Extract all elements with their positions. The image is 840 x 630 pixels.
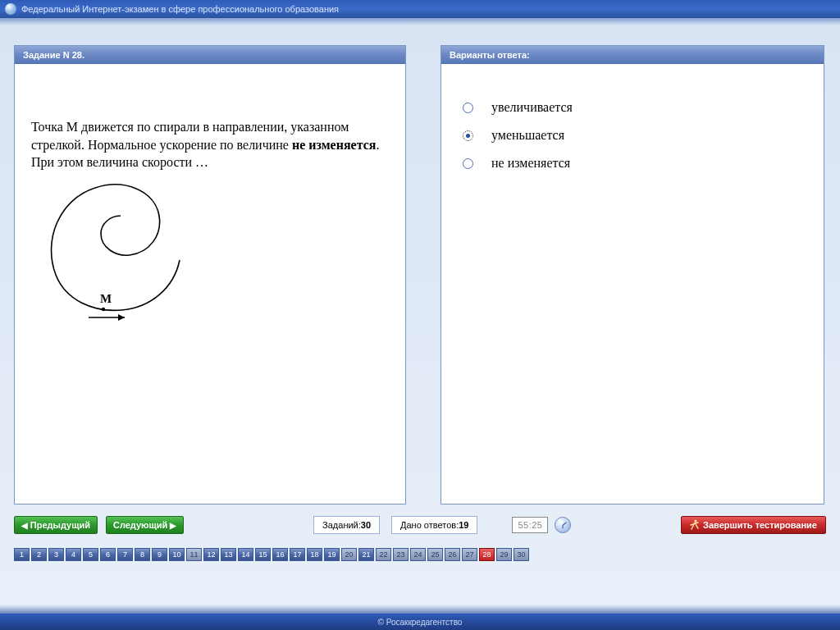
next-label: Следующий [113,520,167,530]
page-button-8[interactable]: 8 [135,548,150,561]
svg-point-0 [102,308,105,311]
page-button-6[interactable]: 6 [100,548,116,561]
point-m-label: M [100,292,112,305]
page-button-2[interactable]: 2 [31,548,47,561]
page-button-20[interactable]: 20 [341,548,357,561]
page-button-30[interactable]: 30 [514,548,529,561]
svg-marker-2 [118,314,125,321]
page-button-21[interactable]: 21 [358,548,374,561]
runner-icon [690,519,700,531]
question-header: Задание N 28. [15,46,405,64]
page-button-29[interactable]: 29 [496,548,512,561]
pager: 1234567891011121314151617181920212223242… [14,548,529,561]
page-button-22[interactable]: 22 [376,548,391,561]
tasks-label: Заданий: [322,520,361,530]
page-button-17[interactable]: 17 [290,548,305,561]
timer-box: 55:25 [512,517,548,533]
page-button-14[interactable]: 14 [238,548,253,561]
question-text: Точка М движется по спирали в направлени… [31,118,389,171]
question-text-bold: не изменяется [292,138,377,152]
radio-icon [463,158,473,169]
page-button-7[interactable]: 7 [117,548,133,561]
answer-option-1[interactable]: уменьшается [458,121,807,149]
radio-icon [463,103,473,113]
prev-button[interactable]: ◀ Предыдущий [14,516,98,534]
answered-label: Дано ответов: [400,520,459,530]
answer-label: уменьшается [491,128,564,143]
page-button-11[interactable]: 11 [186,548,202,561]
finish-button[interactable]: Завершить тестирование [681,516,826,534]
tasks-value: 30 [361,520,371,530]
question-body: Точка М движется по спирали в направлени… [15,64,405,504]
footer-text: © Росаккредагентство [378,618,463,627]
spiral-figure: M [31,178,389,325]
answer-option-0[interactable]: увеличивается [458,94,807,121]
page-button-28[interactable]: 28 [479,548,495,561]
answers-header: Варианты ответа: [441,46,824,64]
page-button-10[interactable]: 10 [169,548,185,561]
page-button-1[interactable]: 1 [14,548,30,561]
page-button-25[interactable]: 25 [427,548,443,561]
svg-point-3 [694,519,696,522]
page-button-16[interactable]: 16 [272,548,288,561]
page-button-4[interactable]: 4 [66,548,81,561]
timer-value: 55:25 [518,520,542,530]
clock-icon [555,517,571,533]
page-button-3[interactable]: 3 [48,548,64,561]
page-button-15[interactable]: 15 [255,548,271,561]
answer-option-2[interactable]: не изменяется [458,149,807,177]
radio-icon [463,130,473,141]
page-button-26[interactable]: 26 [445,548,460,561]
question-panel: Задание N 28. Точка М движется по спирал… [14,45,406,504]
answer-label: не изменяется [491,156,570,171]
answered-value: 19 [459,520,468,530]
globe-icon [5,3,16,15]
answers-panel: Варианты ответа: увеличиваетсяуменьшаетс… [441,45,824,504]
page-button-18[interactable]: 18 [307,548,322,561]
triangle-right-icon: ▶ [167,521,176,530]
footer: © Росаккредагентство [0,614,840,630]
page-button-9[interactable]: 9 [152,548,167,561]
page-button-5[interactable]: 5 [83,548,98,561]
answered-count-box: Дано ответов: 19 [391,516,477,534]
tasks-count-box: Заданий: 30 [313,516,380,534]
answers-body: увеличиваетсяуменьшаетсяне изменяется [441,64,824,504]
finish-label: Завершить тестирование [703,520,817,530]
content-area: Задание N 28. Точка М движется по спирал… [14,45,826,504]
triangle-left-icon: ◀ [21,521,30,530]
next-button[interactable]: Следующий ▶ [106,516,184,534]
page-button-13[interactable]: 13 [221,548,236,561]
page-button-24[interactable]: 24 [410,548,426,561]
titlebar-text: Федеральный Интернет-экзамен в сфере про… [21,4,339,14]
answer-label: увеличивается [491,100,573,115]
prev-label: Предыдущий [30,520,90,530]
answer-list: увеличиваетсяуменьшаетсяне изменяется [458,94,807,177]
page-button-23[interactable]: 23 [393,548,409,561]
titlebar: Федеральный Интернет-экзамен в сфере про… [0,0,840,18]
page-button-27[interactable]: 27 [462,548,477,561]
page-button-19[interactable]: 19 [324,548,340,561]
nav-bar: ◀ Предыдущий Следующий ▶ Заданий: 30 Дан… [14,513,826,537]
page-button-12[interactable]: 12 [203,548,219,561]
